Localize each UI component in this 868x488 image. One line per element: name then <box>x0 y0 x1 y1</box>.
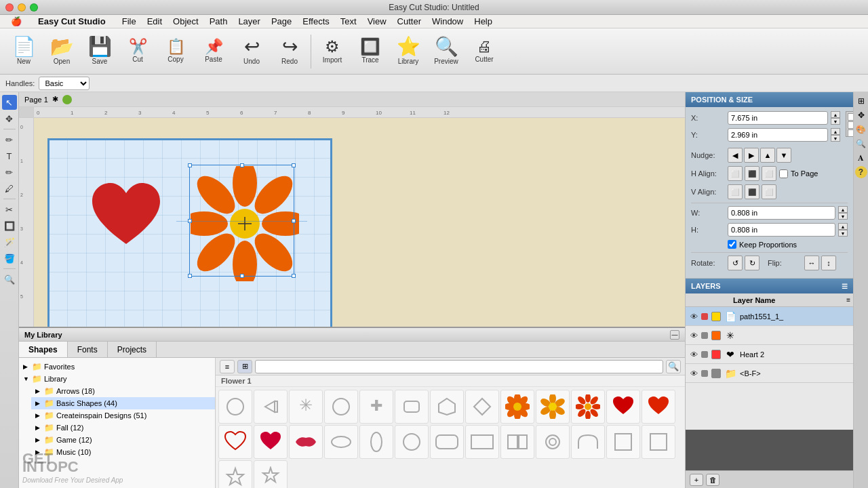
x-down[interactable]: ▼ <box>831 118 840 125</box>
tool-pen[interactable]: 🖊 <box>2 181 17 196</box>
nudge-down[interactable]: ▼ <box>776 148 791 163</box>
shape-item-heart1[interactable] <box>606 390 640 424</box>
import-button[interactable]: ⚙ Import <box>314 32 351 71</box>
y-down[interactable]: ▼ <box>831 135 840 142</box>
tool-select[interactable]: ↖ <box>2 95 17 110</box>
preview-button[interactable]: 🔍 Preview <box>428 32 465 71</box>
layer-1-eye[interactable]: 👁 <box>688 330 699 341</box>
shape-item-rounded-rect[interactable] <box>430 425 464 459</box>
shape-item-heart4[interactable] <box>254 425 288 459</box>
close-button[interactable] <box>5 3 14 12</box>
shape-item-lips[interactable] <box>289 425 323 459</box>
menu-effects[interactable]: Effects <box>297 16 335 27</box>
keep-proportions-checkbox[interactable] <box>728 240 736 249</box>
shape-item-square[interactable] <box>606 425 640 459</box>
shape-item-3[interactable]: ✳ <box>289 390 323 424</box>
x-up[interactable]: ▲ <box>831 111 840 118</box>
shape-item-heart2[interactable] <box>642 390 675 424</box>
window-controls[interactable] <box>5 3 38 12</box>
layer-row-3[interactable]: 👁 📁 <B-F> <box>686 364 853 383</box>
maximize-button[interactable] <box>30 3 38 12</box>
layer-2-eye[interactable]: 👁 <box>688 349 699 360</box>
layers-menu-icon[interactable]: ☰ <box>842 283 848 290</box>
layer-row-0[interactable]: 👁 📄 path1551_1_ <box>686 307 853 326</box>
flip-v[interactable]: ↕ <box>821 256 836 270</box>
y-up[interactable]: ▲ <box>831 128 840 135</box>
shape-item-arch[interactable] <box>571 425 605 459</box>
nudge-left[interactable]: ◀ <box>728 148 743 163</box>
fr-question-icon[interactable]: ? <box>855 166 867 178</box>
h-input[interactable] <box>728 223 835 237</box>
layer-row-1[interactable]: 👁 ✳ <box>686 326 853 345</box>
shape-item-6[interactable] <box>395 390 429 424</box>
menu-cutter[interactable]: Cutter <box>392 16 427 27</box>
shape-item-oval-h[interactable] <box>324 425 358 459</box>
w-input[interactable] <box>728 206 835 220</box>
layers-add-btn[interactable]: + <box>690 474 703 486</box>
layer-row-2[interactable]: 👁 ❤ Heart 2 <box>686 345 853 364</box>
flip-h[interactable]: ↔ <box>804 256 819 270</box>
redo-button[interactable]: ↪ Redo <box>271 32 308 71</box>
fr-move-icon[interactable]: ✥ <box>855 109 867 121</box>
shape-item-flower3[interactable] <box>571 390 605 424</box>
shape-item-oval-v[interactable] <box>359 425 393 459</box>
minimize-button[interactable] <box>18 3 26 12</box>
tree-favorites[interactable]: ▶ 📁 Favorites <box>19 361 215 373</box>
shape-item-rect-outline[interactable] <box>465 425 499 459</box>
rotate-cw[interactable]: ↻ <box>745 256 760 270</box>
shape-item-4[interactable] <box>324 390 358 424</box>
valign-top[interactable]: ⬜ <box>728 184 743 199</box>
shape-item-star2[interactable] <box>254 460 288 488</box>
new-button[interactable]: 📄 New <box>5 32 42 71</box>
shape-item-flower2[interactable] <box>536 390 570 424</box>
shape-item-1[interactable] <box>218 390 252 424</box>
shapes-search-btn[interactable]: 🔍 <box>666 360 681 373</box>
shape-item-rect2[interactable] <box>500 425 534 459</box>
to-page-checkbox[interactable] <box>779 169 788 178</box>
tab-projects[interactable]: Projects <box>108 342 157 357</box>
tool-cut[interactable]: ✂ <box>2 202 17 217</box>
trace-button[interactable]: 🔲 Trace <box>352 32 389 71</box>
shape-item-circle2[interactable] <box>395 425 429 459</box>
fr-zoom-icon[interactable]: 🔍 <box>855 138 867 150</box>
library-minimize-btn[interactable]: — <box>670 330 679 340</box>
tree-fall[interactable]: ▶ 📁 Fall (12) <box>31 422 215 434</box>
grid-view-btn[interactable]: ⊞ <box>237 360 252 373</box>
x-input[interactable] <box>728 111 828 125</box>
menu-path[interactable]: Path <box>204 16 233 27</box>
menu-file[interactable]: File <box>117 16 142 27</box>
w-down[interactable]: ▼ <box>838 213 848 220</box>
tool-draw[interactable]: ✏ <box>2 165 17 180</box>
menu-view[interactable]: View <box>362 16 392 27</box>
menu-edit[interactable]: Edit <box>142 16 167 27</box>
valign-bottom[interactable]: ⬜ <box>762 184 776 199</box>
heart-object[interactable] <box>89 180 163 254</box>
tool-pencil[interactable]: ✏ <box>2 132 17 147</box>
layer-3-eye[interactable]: 👁 <box>688 368 699 379</box>
cut-button[interactable]: ✂️ Cut <box>119 32 156 71</box>
fr-color-icon[interactable]: 🎨 <box>855 123 867 136</box>
nudge-right[interactable]: ▶ <box>744 148 759 163</box>
h-down[interactable]: ▼ <box>838 230 848 237</box>
tree-basic-shapes[interactable]: ▶ 📁 Basic Shapes (44) <box>31 397 215 409</box>
fr-position-icon[interactable]: ⊞ <box>855 95 867 107</box>
tool-shape[interactable]: 🔲 <box>2 218 17 233</box>
menu-text[interactable]: Text <box>335 16 362 27</box>
w-up[interactable]: ▲ <box>838 206 848 213</box>
library-button[interactable]: ⭐ Library <box>390 32 427 71</box>
menu-app-name[interactable]: Easy Cut Studio <box>33 16 111 27</box>
tree-createinspain[interactable]: ▶ 📁 Createinspain Designs (51) <box>31 409 215 422</box>
shape-item-circle3[interactable] <box>536 425 570 459</box>
list-view-btn[interactable]: ≡ <box>220 360 235 373</box>
shape-item-heart3[interactable] <box>218 425 252 459</box>
shape-item-2[interactable] <box>254 390 288 424</box>
fr-font-icon[interactable]: 𝐀 <box>855 152 867 164</box>
menu-window[interactable]: Window <box>427 16 469 27</box>
tree-music[interactable]: ▶ 📁 Music (10) <box>31 446 215 458</box>
menu-help[interactable]: Help <box>469 16 498 27</box>
nudge-up[interactable]: ▲ <box>760 148 775 163</box>
h-up[interactable]: ▲ <box>838 223 848 230</box>
open-button[interactable]: 📂 Open <box>43 32 80 71</box>
shape-item-square2[interactable] <box>642 425 675 459</box>
y-input[interactable] <box>728 128 828 142</box>
